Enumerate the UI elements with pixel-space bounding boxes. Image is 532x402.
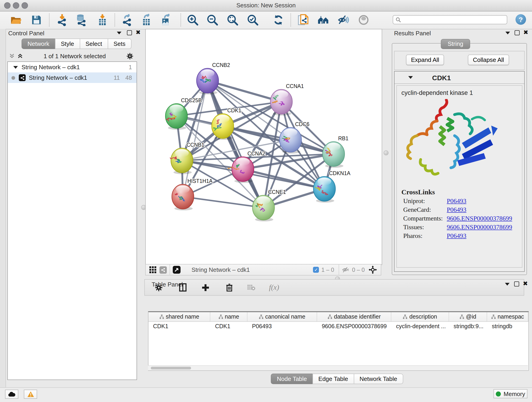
- crosslink-value-link[interactable]: 9606.ENSP00000378699: [447, 224, 512, 231]
- tab-edge-table[interactable]: Edge Table: [312, 374, 354, 384]
- table-cell: 9606.ENSP00000378699: [317, 322, 391, 331]
- tab-node-table[interactable]: Node Table: [271, 374, 312, 384]
- column-header-label: name: [225, 313, 239, 320]
- table-row[interactable]: CDK1CDK1P064939606.ENSP00000378699cyclin…: [148, 322, 528, 331]
- tab-select[interactable]: Select: [80, 38, 108, 49]
- birdseye-view-icon[interactable]: [173, 266, 181, 274]
- tab-network[interactable]: Network: [22, 38, 55, 49]
- zoom-fit-icon[interactable]: [226, 14, 239, 26]
- table-hscrollbar: [148, 365, 528, 370]
- show-eye-icon[interactable]: [357, 14, 370, 26]
- network-view-canvas[interactable]: CCNB2CCNA1CDC25BCDK1CDC6RB1CCNB1CCNA2CDK…: [145, 29, 382, 265]
- collapse-all-icon[interactable]: [9, 53, 15, 59]
- gene-description: cyclin-dependent kinase 1: [401, 89, 522, 96]
- network-list: String Network – cdk1 1 String Network –…: [7, 61, 137, 380]
- grid-view-icon[interactable]: [149, 266, 156, 273]
- network-node-rb1[interactable]: RB1: [323, 135, 348, 168]
- memory-label: Memory: [504, 390, 525, 397]
- node-label: CDK1: [227, 108, 241, 114]
- gear-icon[interactable]: [127, 52, 133, 59]
- network-node-cdkn1a[interactable]: CDKN1A: [313, 170, 351, 203]
- crosslink-label: GeneCard:: [403, 206, 447, 214]
- column-header-description[interactable]: description: [392, 312, 449, 321]
- tab-network-table[interactable]: Network Table: [354, 374, 403, 384]
- crosslink-row: Uniprot:P06493: [403, 198, 522, 205]
- expand-all-button[interactable]: Expand All: [406, 55, 444, 65]
- table-cell: cyclin-dependent ...: [392, 322, 449, 331]
- column-header-canonical-name[interactable]: canonical name: [247, 312, 317, 321]
- help-button[interactable]: ?: [515, 14, 526, 25]
- warning-button[interactable]: [24, 390, 37, 399]
- memory-button[interactable]: Memory: [494, 389, 527, 398]
- gene-disclosure-icon[interactable]: [408, 76, 413, 79]
- collection-label: String Network – cdk1: [22, 64, 129, 70]
- expand-all-icon[interactable]: [17, 53, 23, 59]
- hide-eye-icon[interactable]: [337, 14, 350, 26]
- zoom-selected-icon[interactable]: [247, 14, 259, 26]
- node-label: CCNA2: [247, 151, 265, 157]
- import-network-icon[interactable]: [56, 14, 68, 26]
- network-collection-row[interactable]: String Network – cdk1 1: [8, 62, 137, 72]
- column-header-namespac[interactable]: namespac: [487, 312, 528, 321]
- tab-style[interactable]: Style: [55, 38, 80, 49]
- network-node-hist1h1a[interactable]: HIST1H1A: [172, 178, 213, 211]
- crosslink-value-link[interactable]: P06493: [447, 206, 467, 214]
- selected-checkbox-icon[interactable]: ✓: [313, 267, 319, 273]
- control-panel-float-icon[interactable]: [127, 30, 132, 35]
- control-panel-close-icon[interactable]: ✖: [136, 30, 141, 35]
- gene-details: cyclin-dependent kinase 1 Cross: [396, 85, 522, 268]
- homes-icon[interactable]: [317, 14, 329, 26]
- network-edge-count: 48: [125, 74, 132, 81]
- results-panel-close-icon[interactable]: ✖: [523, 30, 528, 35]
- column-header-name[interactable]: name: [210, 312, 247, 321]
- table-panel-menu-icon[interactable]: [505, 283, 510, 286]
- collapse-all-button[interactable]: Collapse All: [468, 55, 509, 65]
- share-document-icon[interactable]: [297, 14, 309, 26]
- tab-string[interactable]: String: [441, 39, 470, 49]
- column-header-label: database identifier: [334, 313, 381, 320]
- zoom-out-icon[interactable]: [206, 14, 219, 26]
- network-node-ccnb2[interactable]: CCNB2: [196, 62, 230, 95]
- export-image-icon[interactable]: [160, 14, 172, 26]
- table-hscrollbar-thumb[interactable]: [151, 367, 191, 370]
- toolbar-separator: [291, 13, 291, 27]
- network-node-ccna1[interactable]: CCNA1: [270, 83, 304, 115]
- column-header-@id[interactable]: @id: [449, 312, 487, 321]
- cloud-button[interactable]: [5, 390, 18, 399]
- network-view-share-icon[interactable]: [159, 266, 167, 274]
- column-header-database-identifier[interactable]: database identifier: [317, 312, 391, 321]
- network-row[interactable]: String Network – cdk1 11 48: [8, 72, 137, 83]
- zoom-in-icon[interactable]: [186, 14, 199, 26]
- crosslink-row: Pharos:P06493: [403, 232, 522, 240]
- delete-column-icon[interactable]: [226, 283, 233, 292]
- node-table-header: shared namenamecanonical namedatabase id…: [148, 312, 528, 322]
- crosslink-value-link[interactable]: P06493: [447, 198, 467, 205]
- save-session-icon[interactable]: [30, 14, 43, 26]
- table-panel-close-icon[interactable]: ✖: [523, 281, 528, 286]
- results-panel-float-icon[interactable]: [515, 30, 520, 35]
- warning-icon: [27, 391, 34, 397]
- network-icon: [19, 74, 26, 81]
- table-panel-float-icon[interactable]: [514, 281, 519, 287]
- column-header-shared-name[interactable]: shared name: [148, 312, 210, 321]
- pan-crosshair-icon[interactable]: [368, 265, 377, 274]
- crosslinks-list: Uniprot:P06493GeneCard:P06493Compartment…: [397, 198, 522, 240]
- gene-header[interactable]: CDK1: [394, 71, 524, 84]
- import-table-icon[interactable]: [96, 14, 109, 26]
- open-session-icon[interactable]: [10, 14, 22, 26]
- tab-sets[interactable]: Sets: [108, 38, 131, 49]
- import-network-from-database-icon[interactable]: [75, 14, 88, 26]
- export-network-icon[interactable]: [121, 14, 133, 26]
- add-column-icon[interactable]: [202, 283, 209, 291]
- refresh-icon[interactable]: [272, 14, 285, 26]
- search-field[interactable]: [393, 15, 507, 24]
- crosslink-value-link[interactable]: 9606.ENSP00000378699: [447, 215, 512, 222]
- export-table-icon[interactable]: [140, 14, 152, 26]
- splitter-handle[interactable]: [384, 150, 389, 155]
- search-input[interactable]: [401, 16, 507, 24]
- collection-disclosure-icon[interactable]: [13, 66, 18, 69]
- results-panel-menu-icon[interactable]: [505, 32, 510, 34]
- results-buttons-row: Expand All Collapse All: [394, 51, 525, 70]
- crosslink-value-link[interactable]: P06493: [447, 232, 467, 240]
- control-panel-menu-icon[interactable]: [117, 32, 121, 34]
